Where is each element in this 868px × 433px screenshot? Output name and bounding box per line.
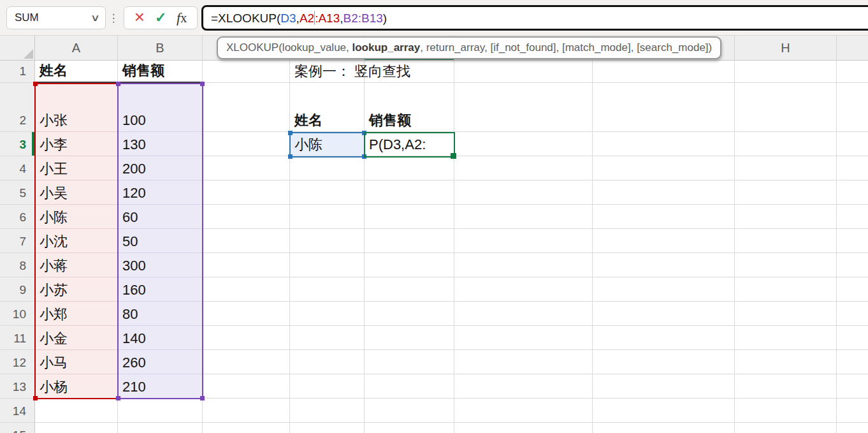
cell-H13[interactable] (735, 374, 837, 399)
row-header-12[interactable]: 12 (0, 350, 35, 374)
cell-A8[interactable]: 小蒋 (35, 253, 118, 277)
cell-F14[interactable] (454, 399, 593, 423)
cell-E9[interactable] (365, 277, 454, 302)
cell-I13[interactable] (837, 374, 868, 399)
cell-B5[interactable]: 120 (118, 180, 203, 205)
cell-G7[interactable] (593, 229, 735, 253)
cell-G3[interactable] (593, 132, 735, 156)
cell-D10[interactable] (290, 302, 365, 326)
cell-D6[interactable] (290, 205, 365, 229)
cell-F1[interactable] (454, 61, 593, 83)
cell-D8[interactable] (290, 253, 365, 277)
cell-D2[interactable]: 姓名 (290, 83, 365, 132)
cell-G15[interactable] (593, 423, 735, 433)
cell-A3[interactable]: 小李 (35, 132, 118, 156)
cell-G9[interactable] (593, 277, 735, 302)
cell-I2[interactable] (837, 83, 868, 132)
cell-A11[interactable]: 小金 (35, 326, 118, 350)
cell-E5[interactable] (365, 180, 454, 205)
row-header-13[interactable]: 13 (0, 374, 35, 399)
cell-I5[interactable] (837, 180, 868, 205)
cell-B13[interactable]: 210 (118, 374, 203, 399)
cell-C2[interactable] (203, 83, 290, 132)
cell-E8[interactable] (365, 253, 454, 277)
cell-I15[interactable] (837, 423, 868, 433)
name-box[interactable]: SUM ∨ (6, 6, 106, 29)
cell-B1[interactable]: 销售额 (118, 61, 203, 83)
cell-C7[interactable] (203, 229, 290, 253)
cell-G10[interactable] (593, 302, 735, 326)
row-header-15[interactable]: 15 (0, 423, 35, 433)
row-header-3[interactable]: 3 (0, 132, 35, 156)
cell-B3[interactable]: 130 (118, 132, 203, 156)
cell-H12[interactable] (735, 350, 837, 374)
cell-A14[interactable] (35, 399, 118, 423)
cell-H2[interactable] (735, 83, 837, 132)
cell-G14[interactable] (593, 399, 735, 423)
cell-C12[interactable] (203, 350, 290, 374)
kebab-icon[interactable]: ⋮ (108, 6, 119, 29)
row-header-8[interactable]: 8 (0, 253, 35, 277)
cell-H1[interactable] (735, 61, 837, 83)
cancel-icon[interactable]: × (134, 8, 145, 26)
cell-A13[interactable]: 小杨 (35, 374, 118, 399)
cell-B2[interactable]: 100 (118, 83, 203, 132)
cell-C6[interactable] (203, 205, 290, 229)
cell-C1[interactable] (203, 61, 290, 83)
cell-H10[interactable] (735, 302, 837, 326)
insert-function-icon[interactable]: fx (177, 10, 187, 26)
cell-D5[interactable] (290, 180, 365, 205)
column-header-H[interactable]: H (735, 36, 837, 61)
cell-D12[interactable] (290, 350, 365, 374)
cell-E2[interactable]: 销售额 (365, 83, 454, 132)
cell-G1[interactable] (593, 61, 735, 83)
cell-C14[interactable] (203, 399, 290, 423)
column-header-B[interactable]: B (118, 36, 203, 61)
cell-A5[interactable]: 小吴 (35, 180, 118, 205)
cell-A12[interactable]: 小马 (35, 350, 118, 374)
row-header-11[interactable]: 11 (0, 326, 35, 350)
cell-H7[interactable] (735, 229, 837, 253)
cell-C10[interactable] (203, 302, 290, 326)
cell-A7[interactable]: 小沈 (35, 229, 118, 253)
cell-A2[interactable]: 小张 (35, 83, 118, 132)
cell-H14[interactable] (735, 399, 837, 423)
cell-D1[interactable]: 案例一： 竖向查找 (290, 61, 365, 83)
cell-E11[interactable] (365, 326, 454, 350)
cell-I4[interactable] (837, 156, 868, 180)
cell-B9[interactable]: 160 (118, 277, 203, 302)
cell-H4[interactable] (735, 156, 837, 180)
cell-B14[interactable] (118, 399, 203, 423)
cell-C8[interactable] (203, 253, 290, 277)
cell-F3[interactable] (454, 132, 593, 156)
cell-C13[interactable] (203, 374, 290, 399)
cell-B12[interactable]: 260 (118, 350, 203, 374)
cell-F6[interactable] (454, 205, 593, 229)
cell-E7[interactable] (365, 229, 454, 253)
cell-G11[interactable] (593, 326, 735, 350)
cell-F9[interactable] (454, 277, 593, 302)
cell-F10[interactable] (454, 302, 593, 326)
cell-A1[interactable]: 姓名 (35, 61, 118, 83)
cell-B10[interactable]: 80 (118, 302, 203, 326)
select-all-corner[interactable] (0, 36, 35, 61)
row-header-4[interactable]: 4 (0, 156, 35, 180)
row-header-6[interactable]: 6 (0, 205, 35, 229)
cell-I14[interactable] (837, 399, 868, 423)
cell-H3[interactable] (735, 132, 837, 156)
formula-input[interactable]: =XLOOKUP(D3,A2:A13,B2:B13) (201, 5, 868, 31)
cell-F4[interactable] (454, 156, 593, 180)
cell-I11[interactable] (837, 326, 868, 350)
row-header-7[interactable]: 7 (0, 229, 35, 253)
cell-D9[interactable] (290, 277, 365, 302)
cell-B15[interactable] (118, 423, 203, 433)
cell-I12[interactable] (837, 350, 868, 374)
cell-E4[interactable] (365, 156, 454, 180)
cell-I8[interactable] (837, 253, 868, 277)
row-header-10[interactable]: 10 (0, 302, 35, 326)
cell-G6[interactable] (593, 205, 735, 229)
cell-E13[interactable] (365, 374, 454, 399)
cell-H5[interactable] (735, 180, 837, 205)
cell-D4[interactable] (290, 156, 365, 180)
cell-G8[interactable] (593, 253, 735, 277)
